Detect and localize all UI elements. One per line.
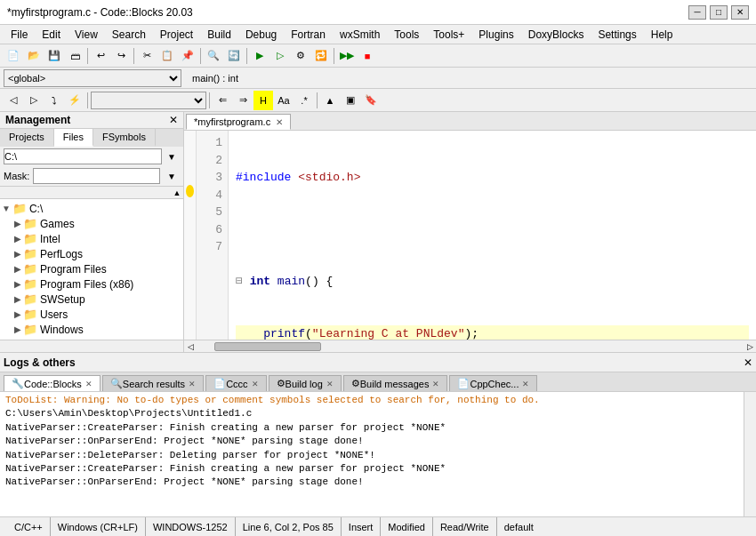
expand-users[interactable]: ▶ xyxy=(14,309,21,319)
tb2-jump[interactable]: ⤵ xyxy=(44,91,64,110)
new-file-button[interactable]: 📄 xyxy=(4,46,23,66)
tree-item-intel[interactable]: ▶ 📁 Intel xyxy=(0,231,183,246)
log-tab-close-buildmessages[interactable]: ✕ xyxy=(432,380,439,388)
debug-button[interactable]: ▶▶ xyxy=(337,46,357,66)
browse-button[interactable]: ▼ xyxy=(164,148,180,164)
stop-button[interactable]: ■ xyxy=(358,46,377,66)
log-tab-buildlog[interactable]: ⚙ Build log ✕ xyxy=(269,375,342,391)
menu-doxyblocks[interactable]: DoxyBlocks xyxy=(521,27,591,43)
paste-button[interactable]: 📌 xyxy=(178,46,197,66)
expand-programfiles[interactable]: ▶ xyxy=(14,264,21,274)
menu-plugins[interactable]: Plugins xyxy=(471,27,520,43)
hscroll-left[interactable]: ◁ xyxy=(184,340,197,353)
tb2-prev[interactable]: ⇐ xyxy=(213,91,232,110)
expand-games[interactable]: ▶ xyxy=(14,219,21,228)
tree-item-users[interactable]: ▶ 📁 Users xyxy=(0,307,183,322)
undo-button[interactable]: ↩ xyxy=(91,46,110,66)
hscroll-thumb[interactable] xyxy=(214,342,321,351)
tree-item-windows[interactable]: ▶ 📁 Windows xyxy=(0,322,183,337)
log-tab-cccc[interactable]: 📄 Cccc ✕ xyxy=(205,375,266,391)
open-file-button[interactable]: 📂 xyxy=(24,46,44,66)
logs-close-button[interactable]: ✕ xyxy=(744,356,752,369)
expand-swsetup[interactable]: ▶ xyxy=(14,294,21,304)
tb2-case[interactable]: Aa xyxy=(274,91,294,110)
menu-debug[interactable]: Debug xyxy=(238,27,284,43)
menu-settings[interactable]: Settings xyxy=(591,27,643,43)
expand-root[interactable]: ▼ xyxy=(2,204,11,213)
tb2-next[interactable]: ⇒ xyxy=(233,91,253,110)
expand-perflogs[interactable]: ▶ xyxy=(14,249,21,259)
tab-files[interactable]: Files xyxy=(54,129,93,147)
tree-item-swsetup[interactable]: ▶ 📁 SWSetup xyxy=(0,292,183,307)
sidebar-tree[interactable]: ▼ 📁 C:\ ▶ 📁 Games ▶ 📁 Intel ▶ 📁 PerfLogs… xyxy=(0,199,183,340)
log-tab-buildmessages[interactable]: ⚙ Build messages ✕ xyxy=(343,375,448,391)
tab-projects[interactable]: Projects xyxy=(0,129,54,147)
save-all-button[interactable]: 🗃 xyxy=(65,46,84,66)
tb2-highlight[interactable]: H xyxy=(253,91,273,110)
save-button[interactable]: 💾 xyxy=(44,46,64,66)
tb2-back[interactable]: ◁ xyxy=(4,91,23,110)
log-tab-close-cccc[interactable]: ✕ xyxy=(252,380,259,388)
menu-edit[interactable]: Edit xyxy=(35,27,68,43)
mask-input[interactable] xyxy=(33,168,160,184)
logs-content[interactable]: ToDoList: Warning: No to-do types or com… xyxy=(0,392,744,516)
tb2-bookmarks[interactable]: 🔖 xyxy=(361,91,381,110)
log-tab-close-cppcheck[interactable]: ✕ xyxy=(522,380,529,388)
menu-tools[interactable]: Tools xyxy=(387,27,426,43)
minimize-button[interactable]: ─ xyxy=(688,5,706,20)
menu-view[interactable]: View xyxy=(68,27,105,43)
log-tab-cppcheck[interactable]: 📄 CppChec... ✕ xyxy=(449,375,537,391)
expand-intel[interactable]: ▶ xyxy=(14,234,21,244)
global-scope-dropdown[interactable]: <global> xyxy=(4,69,181,87)
menu-project[interactable]: Project xyxy=(153,27,200,43)
tree-item-programfiles86[interactable]: ▶ 📁 Program Files (x86) xyxy=(0,276,183,292)
redo-button[interactable]: ↪ xyxy=(111,46,131,66)
editor-tab-myfirstprogram[interactable]: *myfirstprogram.c ✕ xyxy=(186,114,291,130)
menu-search[interactable]: Search xyxy=(105,27,153,43)
rebuild-button[interactable]: 🔁 xyxy=(311,46,331,66)
tb2-select[interactable]: ▣ xyxy=(341,91,360,110)
logs-vscroll[interactable] xyxy=(744,392,756,516)
management-close-button[interactable]: ✕ xyxy=(169,114,178,126)
menu-fortran[interactable]: Fortran xyxy=(284,27,333,43)
log-tab-close-codeblocks[interactable]: ✕ xyxy=(85,380,92,388)
hscroll-right[interactable]: ▷ xyxy=(744,340,756,353)
cut-button[interactable]: ✂ xyxy=(137,46,157,66)
replace-button[interactable]: 🔄 xyxy=(224,46,244,66)
sidebar-scroll-up[interactable]: ▲ xyxy=(171,187,183,199)
tree-item-programfiles[interactable]: ▶ 📁 Program Files xyxy=(0,261,183,276)
tab-fsymbols[interactable]: FSymbols xyxy=(93,129,156,147)
menu-tools-plus[interactable]: Tools+ xyxy=(426,27,471,43)
tree-item-perflogs[interactable]: ▶ 📁 PerfLogs xyxy=(0,246,183,261)
compile-run-button[interactable]: ▶ xyxy=(250,46,269,66)
build-button[interactable]: ⚙ xyxy=(291,46,310,66)
maximize-button[interactable]: □ xyxy=(710,5,728,20)
menu-build[interactable]: Build xyxy=(200,27,238,43)
path-input[interactable] xyxy=(4,148,162,164)
tb2-match[interactable]: ⚡ xyxy=(65,91,84,110)
tb2-regex[interactable]: .* xyxy=(294,91,314,110)
close-button[interactable]: ✕ xyxy=(731,5,749,20)
tb2-forward[interactable]: ▷ xyxy=(24,91,44,110)
editor-content[interactable]: 1 2 3 4 5 6 7 #include <stdio.h> ⊟ int m… xyxy=(184,131,756,340)
find-button[interactable]: 🔍 xyxy=(204,46,223,66)
hscroll-track[interactable] xyxy=(197,340,744,352)
tree-item-games[interactable]: ▶ 📁 Games xyxy=(0,216,183,231)
menu-file[interactable]: File xyxy=(4,27,35,43)
editor-tab-close[interactable]: ✕ xyxy=(276,117,283,127)
editor-scope-dropdown[interactable] xyxy=(91,92,206,109)
run-button[interactable]: ▷ xyxy=(270,46,290,66)
log-tab-close-buildlog[interactable]: ✕ xyxy=(326,380,334,388)
sidebar-hscroll[interactable] xyxy=(0,340,183,352)
log-tab-codeblocks[interactable]: 🔧 Code::Blocks ✕ xyxy=(4,375,101,391)
menu-wxsmith[interactable]: wxSmith xyxy=(333,27,387,43)
log-tab-search[interactable]: 🔍 Search results ✕ xyxy=(102,375,204,391)
tree-item-root[interactable]: ▼ 📁 C:\ xyxy=(0,201,183,216)
copy-button[interactable]: 📋 xyxy=(157,46,177,66)
tb2-cursor[interactable]: ▲ xyxy=(320,91,340,110)
log-tab-close-search[interactable]: ✕ xyxy=(189,380,196,388)
mask-dropdown[interactable]: ▼ xyxy=(164,168,180,184)
menu-help[interactable]: Help xyxy=(644,27,680,43)
expand-programfiles86[interactable]: ▶ xyxy=(14,279,21,289)
expand-windows[interactable]: ▶ xyxy=(14,324,21,334)
